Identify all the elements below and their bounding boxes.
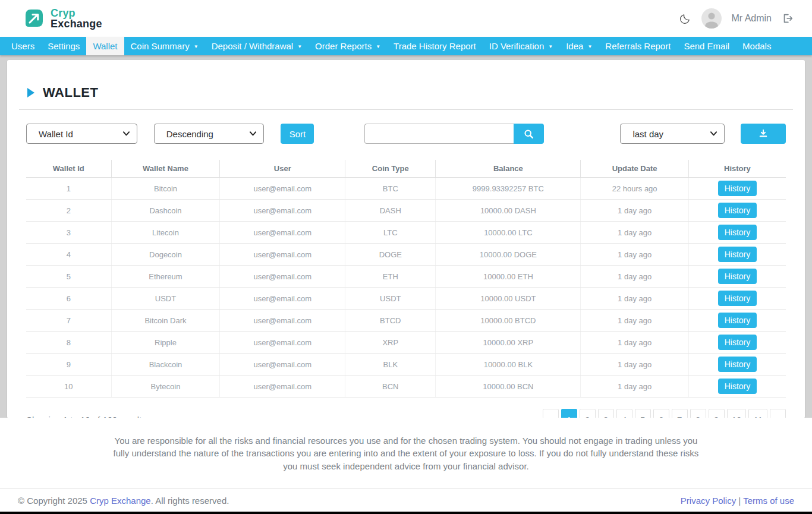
privacy-policy-link[interactable]: Privacy Policy (681, 496, 736, 506)
cell-wallet-id: 4 (26, 244, 111, 266)
cell-update-date: 1 day ago (581, 354, 688, 376)
table-row: 7 Bitcoin Dark user@email.com BTCD 10000… (26, 310, 786, 332)
nav-item-label: ID Verification (489, 41, 545, 51)
cell-history: History (688, 222, 786, 244)
table-row: 3 Litecoin user@email.com LTC 10000.00 L… (26, 222, 786, 244)
cell-update-date: 1 day ago (581, 310, 688, 332)
table-row: 6 USDT user@email.com USDT 10000.00 USDT… (26, 288, 786, 310)
page-title: WALLET (43, 85, 98, 100)
history-button[interactable]: History (718, 203, 757, 218)
cell-wallet-id: 10 (26, 376, 111, 398)
cell-wallet-id: 7 (26, 310, 111, 332)
col-header-wallet-name: Wallet Name (111, 160, 220, 178)
cell-wallet-id: 6 (26, 288, 111, 310)
nav-item[interactable]: Trade History Report (387, 37, 483, 55)
cell-history: History (688, 244, 786, 266)
cell-balance: 10000.00 XRP (436, 332, 581, 354)
cell-history: History (688, 288, 786, 310)
sort-button[interactable]: Sort (281, 124, 314, 144)
copyright-text: © Copyright 2025 Cryp Exchange. All righ… (18, 496, 229, 506)
cell-update-date: 1 day ago (581, 200, 688, 222)
history-button[interactable]: History (718, 269, 757, 284)
cell-wallet-id: 3 (26, 222, 111, 244)
table-row: 1 Bitcoin user@email.com BTC 9999.933922… (26, 178, 786, 200)
col-header-coin-type: Coin Type (345, 160, 436, 178)
dark-mode-moon-icon[interactable] (679, 12, 692, 25)
col-header-wallet-id: Wallet Id (26, 160, 111, 178)
history-button[interactable]: History (718, 247, 757, 262)
chevron-down-icon: ▼ (376, 44, 380, 49)
cell-update-date: 22 hours ago (581, 178, 688, 200)
history-button[interactable]: History (718, 225, 757, 240)
table-header-row: Wallet Id Wallet Name User Coin Type Bal… (26, 160, 786, 178)
cell-coin-type: USDT (345, 288, 436, 310)
period-select-wrap: last day (620, 124, 725, 144)
cell-coin-type: BTC (345, 178, 436, 200)
search-button[interactable] (514, 124, 544, 144)
history-button[interactable]: History (718, 379, 757, 394)
table-row: 10 Bytecoin user@email.com BCN 10000.00 … (26, 376, 786, 398)
brand-logo[interactable]: Cryp Exchange (23, 7, 102, 30)
download-button[interactable] (741, 124, 786, 144)
nav-item[interactable]: Idea ▼ (559, 37, 599, 55)
nav-item[interactable]: Users (5, 37, 41, 55)
period-select[interactable]: last day (620, 124, 725, 144)
copyright-brand-link[interactable]: Cryp Exchange (90, 496, 151, 506)
search-input[interactable] (364, 124, 514, 144)
copyright-suffix: . All rights reserved. (151, 496, 229, 506)
wallet-table: Wallet Id Wallet Name User Coin Type Bal… (26, 160, 786, 398)
cell-update-date: 1 day ago (581, 288, 688, 310)
cell-coin-type: LTC (345, 222, 436, 244)
avatar[interactable] (701, 8, 722, 29)
cell-user-email: user@email.com (220, 332, 345, 354)
brand-logo-icon (23, 7, 45, 30)
title-arrow-icon (27, 88, 34, 97)
nav-item[interactable]: Settings (41, 37, 86, 55)
cell-coin-type: DASH (345, 200, 436, 222)
history-button[interactable]: History (718, 313, 757, 328)
cell-balance: 10000.00 ETH (436, 266, 581, 288)
nav-item[interactable]: Wallet (86, 37, 124, 55)
sort-field-select[interactable]: Wallet Id (26, 124, 137, 144)
main-navbar: Users Settings Wallet Coin Summary ▼ Dep… (0, 37, 812, 55)
nav-item-label: Trade History Report (394, 41, 476, 51)
cell-wallet-name: Blackcoin (111, 354, 220, 376)
nav-item[interactable]: ID Verification ▼ (483, 37, 559, 55)
logout-icon[interactable] (781, 12, 794, 25)
filters-row: Wallet Id Descending Sort last day (26, 124, 786, 144)
nav-item[interactable]: Order Reports ▼ (309, 37, 387, 55)
brand-name: Cryp Exchange (51, 8, 102, 29)
nav-item-label: Order Reports (315, 41, 372, 51)
copyright-bar: © Copyright 2025 Cryp Exchange. All righ… (0, 488, 812, 512)
history-button[interactable]: History (718, 291, 757, 306)
cell-history: History (688, 332, 786, 354)
cell-user-email: user@email.com (220, 244, 345, 266)
cell-user-email: user@email.com (220, 178, 345, 200)
sort-order-select[interactable]: Descending (154, 124, 265, 144)
top-header: Cryp Exchange Mr Admin (0, 0, 812, 37)
wallet-card: WALLET Wallet Id Descending Sort (7, 60, 805, 418)
cell-update-date: 1 day ago (581, 332, 688, 354)
avatar-person-icon (701, 8, 722, 29)
copyright-prefix: © Copyright 2025 (18, 496, 90, 506)
table-row: 9 Blackcoin user@email.com BLK 10000.00 … (26, 354, 786, 376)
nav-item[interactable]: Coin Summary ▼ (124, 37, 205, 55)
cell-history: History (688, 200, 786, 222)
cell-balance: 10000.00 BCN (436, 376, 581, 398)
history-button[interactable]: History (718, 335, 757, 350)
nav-item[interactable]: Modals (736, 37, 778, 55)
cell-coin-type: DOGE (345, 244, 436, 266)
terms-of-use-link[interactable]: Terms of use (743, 496, 794, 506)
cell-user-email: user@email.com (220, 310, 345, 332)
history-button[interactable]: History (718, 181, 757, 196)
cell-balance: 9999.93392257 BTC (436, 178, 581, 200)
admin-user-name[interactable]: Mr Admin (731, 13, 772, 24)
nav-item[interactable]: Deposit / Withdrawal ▼ (205, 37, 309, 55)
cell-user-email: user@email.com (220, 222, 345, 244)
cell-update-date: 1 day ago (581, 244, 688, 266)
nav-item[interactable]: Send Email (677, 37, 736, 55)
cell-wallet-name: USDT (111, 288, 220, 310)
chevron-down-icon: ▼ (194, 44, 199, 49)
nav-item[interactable]: Referrals Report (599, 37, 677, 55)
history-button[interactable]: History (718, 357, 757, 372)
